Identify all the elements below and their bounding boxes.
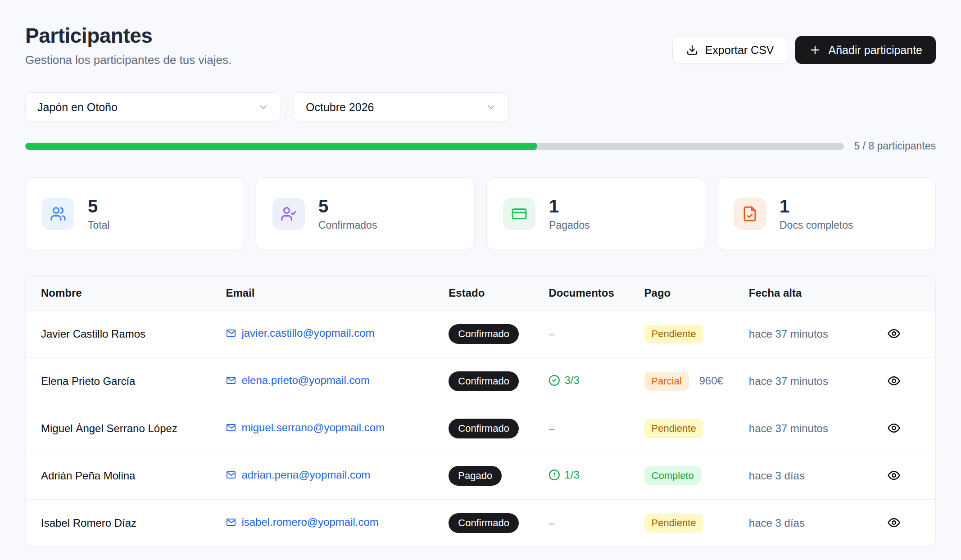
progress-fill <box>25 143 537 150</box>
payment-badge: Pendiente <box>644 325 703 343</box>
status-badge: Confirmado <box>449 419 519 438</box>
header-actions: Exportar CSV Añadir participante <box>672 36 936 64</box>
signup-date: hace 37 minutos <box>749 422 828 434</box>
trip-select-value: Japón en Otoño <box>37 101 118 114</box>
col-header-documentos: Documentos <box>548 276 644 311</box>
payment-amount: 960€ <box>699 375 723 387</box>
stat-text: 1 Pagados <box>549 197 590 231</box>
stat-label: Total <box>88 219 110 231</box>
participant-email-link[interactable]: adrian.pena@yopmail.com <box>226 469 370 481</box>
participant-email: adrian.pena@yopmail.com <box>241 469 370 481</box>
participant-name: Miguel Ángel Serrano López <box>41 422 177 434</box>
export-csv-button[interactable]: Exportar CSV <box>672 36 788 64</box>
stat-card-confirmed: 5 Confirmados <box>256 177 475 250</box>
participant-email: isabel.romero@yopmail.com <box>241 516 378 528</box>
file-check-icon <box>734 198 766 230</box>
participant-name: Javier Castillo Ramos <box>41 328 145 340</box>
view-participant-button[interactable] <box>885 420 902 437</box>
view-participant-button[interactable] <box>885 325 902 342</box>
payment-badge: Completo <box>644 466 701 485</box>
participant-email: miguel.serrano@yopmail.com <box>241 421 385 434</box>
status-badge: Confirmado <box>449 371 519 391</box>
docs-value: – <box>548 517 554 529</box>
check-circle-icon <box>548 375 560 386</box>
participants-table: Nombre Email Estado Documentos Pago Fech… <box>26 276 935 546</box>
stat-value: 5 <box>88 197 110 216</box>
table-row: Isabel Romero Díaz isabel.romero@yopmail… <box>26 500 935 547</box>
docs-value: – <box>548 422 554 434</box>
col-header-email: Email <box>226 276 449 311</box>
mail-icon <box>226 375 236 386</box>
header-text: Participantes Gestiona los participantes… <box>25 23 231 67</box>
participant-name: Isabel Romero Díaz <box>41 517 136 529</box>
participant-email-link[interactable]: miguel.serrano@yopmail.com <box>226 421 385 434</box>
table-header-row: Nombre Email Estado Documentos Pago Fech… <box>26 276 935 311</box>
add-participant-button[interactable]: Añadir participante <box>795 36 936 64</box>
mail-icon <box>226 470 236 480</box>
eye-icon <box>887 327 901 340</box>
stat-text: 5 Confirmados <box>318 197 377 231</box>
docs-status: 3/3 <box>548 374 579 387</box>
download-icon <box>686 44 698 56</box>
stat-label: Pagados <box>549 219 590 231</box>
participant-email-link[interactable]: javier.castillo@yopmail.com <box>226 327 374 339</box>
plus-icon <box>809 44 821 56</box>
page-title: Participantes <box>25 23 231 48</box>
payment-badge: Pendiente <box>644 514 703 533</box>
participants-page: Participantes Gestiona los participantes… <box>0 0 961 547</box>
stat-text: 1 Docs completos <box>780 197 853 231</box>
month-select-value: Octubre 2026 <box>306 101 374 114</box>
eye-icon <box>887 374 901 388</box>
payment-badge: Pendiente <box>644 419 703 438</box>
table-row: Miguel Ángel Serrano López miguel.serran… <box>26 405 935 452</box>
payment-badge: Parcial <box>644 372 689 391</box>
stat-label: Docs completos <box>780 219 853 231</box>
view-participant-button[interactable] <box>885 514 902 531</box>
alert-circle-icon <box>548 469 560 481</box>
stat-card-total: 5 Total <box>25 177 244 250</box>
stat-value: 1 <box>780 197 853 216</box>
docs-value: 1/3 <box>564 469 579 481</box>
eye-icon <box>887 421 901 435</box>
eye-icon <box>887 516 901 529</box>
status-badge: Pagado <box>449 466 502 486</box>
status-badge: Confirmado <box>449 513 519 533</box>
col-header-nombre: Nombre <box>26 276 226 311</box>
participant-name: Elena Prieto García <box>41 375 135 387</box>
stat-card-paid: 1 Pagados <box>486 177 705 250</box>
users-icon <box>42 198 74 230</box>
trip-select[interactable]: Japón en Otoño <box>25 92 281 122</box>
mail-icon <box>226 328 236 339</box>
view-participant-button[interactable] <box>885 467 902 484</box>
stats-row: 5 Total 5 Confirmados 1 Pagados <box>25 177 936 250</box>
participant-email-link[interactable]: elena.prieto@yopmail.com <box>226 374 370 387</box>
col-header-fecha-alta: Fecha alta <box>749 276 885 311</box>
page-subtitle: Gestiona los participantes de tus viajes… <box>25 53 231 67</box>
stat-value: 1 <box>549 197 590 216</box>
docs-value: – <box>548 328 554 340</box>
participant-name: Adrián Peña Molina <box>41 470 135 482</box>
month-select[interactable]: Octubre 2026 <box>294 92 509 122</box>
stat-value: 5 <box>318 197 377 216</box>
table-row: Adrián Peña Molina adrian.pena@yopmail.c… <box>26 452 935 500</box>
col-header-pago: Pago <box>644 276 749 311</box>
stat-label: Confirmados <box>318 219 377 231</box>
table-row: Elena Prieto García elena.prieto@yopmail… <box>26 358 935 405</box>
progress-track <box>25 143 844 150</box>
stat-card-docs: 1 Docs completos <box>717 177 936 250</box>
eye-icon <box>887 469 901 482</box>
export-csv-label: Exportar CSV <box>705 44 774 57</box>
signup-date: hace 37 minutos <box>749 328 828 340</box>
col-header-estado: Estado <box>449 276 548 311</box>
chevron-down-icon <box>258 102 269 113</box>
mail-icon <box>226 517 236 528</box>
signup-date: hace 37 minutos <box>749 375 828 387</box>
participant-email-link[interactable]: isabel.romero@yopmail.com <box>226 516 378 528</box>
view-participant-button[interactable] <box>885 372 902 389</box>
progress-label: 5 / 8 participantes <box>854 140 936 152</box>
user-check-icon <box>272 198 305 230</box>
stat-text: 5 Total <box>88 197 110 231</box>
status-badge: Confirmado <box>449 324 519 344</box>
signup-date: hace 3 días <box>749 517 805 529</box>
col-header-actions <box>885 276 935 311</box>
